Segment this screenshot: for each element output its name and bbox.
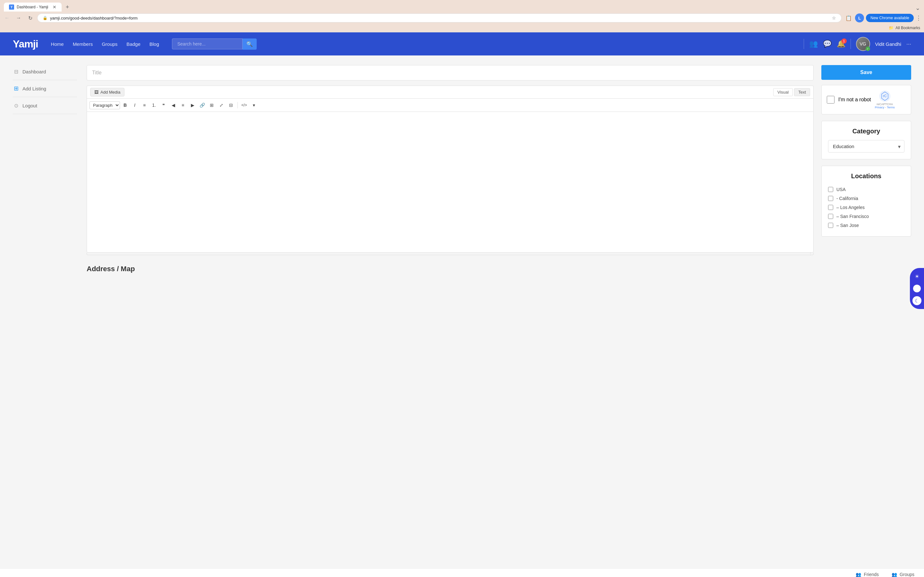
location-label-california: - California — [837, 196, 858, 201]
search-input[interactable] — [172, 39, 242, 49]
notification-badge: 1 — [842, 39, 846, 44]
nav-blog[interactable]: Blog — [150, 41, 159, 47]
browser-menu-button[interactable]: ⌄ — [915, 5, 920, 11]
editor-toolbar: Paragraph B I ≡ 1. ❝ ◀ ≡ ▶ 🔗 ⊞ ⤢ ⊟ </> ▾ — [87, 98, 814, 111]
bottom-friends-button[interactable]: 👥 Friends — [856, 572, 879, 577]
bookmarks-folder[interactable]: 📁 All Bookmarks — [889, 26, 920, 30]
light-theme-button[interactable]: ☀ — [913, 272, 921, 281]
security-icon: 🔒 — [43, 16, 47, 20]
toolbar-extra-button[interactable]: ⊟ — [226, 101, 236, 110]
theme-toggle: ☀ ☾ — [910, 268, 924, 309]
new-chrome-label: New Chrome available — [871, 16, 909, 20]
fullscreen-button[interactable]: ⤢ — [217, 101, 226, 110]
site-logo[interactable]: Yamji — [13, 38, 38, 50]
text-view-button[interactable]: Text — [794, 88, 810, 96]
location-label-los-angeles: – Los Angeles — [837, 205, 865, 210]
people-icon-button[interactable]: 👥 — [809, 40, 818, 48]
align-right-button[interactable]: ▶ — [188, 101, 197, 110]
site-header: Yamji Home Members Groups Badge Blog 🔍 👥… — [0, 32, 924, 55]
address-bar[interactable]: 🔒 yamji.com/good-deeds/dashboard/?mode=f… — [37, 13, 842, 23]
location-item-california: - California — [828, 194, 905, 203]
italic-button[interactable]: I — [130, 101, 139, 110]
nav-badge[interactable]: Badge — [126, 41, 140, 47]
recaptcha-checkbox[interactable] — [827, 96, 835, 103]
form-side: Save I'm not a robot rC reCAPTCHAPrivacy… — [821, 65, 911, 559]
friends-label: Friends — [864, 572, 879, 577]
sidebar-item-logout[interactable]: ⊙ Logout — [13, 99, 77, 112]
forward-button[interactable]: → — [14, 13, 23, 23]
align-center-button[interactable]: ≡ — [178, 101, 187, 110]
visual-view-button[interactable]: Visual — [773, 88, 793, 96]
bottom-bar: 👥 Friends 👥 Groups — [0, 568, 924, 577]
link-button[interactable]: 🔗 — [198, 101, 207, 110]
location-checkbox-usa[interactable] — [828, 187, 833, 192]
back-button[interactable]: ← — [3, 13, 11, 23]
blockquote-button[interactable]: ❝ — [159, 101, 168, 110]
unordered-list-button[interactable]: ≡ — [140, 101, 149, 110]
recaptcha-logo-icon: rC — [879, 90, 891, 102]
tab-favicon: Y — [9, 5, 14, 10]
save-button[interactable]: Save — [821, 65, 911, 80]
category-select[interactable]: Education Health Technology Business Art… — [828, 140, 905, 153]
address-text: yamji.com/good-deeds/dashboard/?mode=for… — [50, 16, 829, 21]
new-tab-button[interactable]: + — [63, 3, 72, 11]
location-checkbox-san-francisco[interactable] — [828, 214, 833, 219]
sidebar-dashboard-label: Dashboard — [23, 69, 46, 74]
chrome-menu-button[interactable]: ⋮ — [916, 15, 921, 21]
dark-theme-button[interactable]: ☾ — [913, 296, 921, 305]
nav-home[interactable]: Home — [51, 41, 64, 47]
editor-body[interactable] — [87, 111, 814, 253]
recaptcha-terms-link[interactable]: Terms — [887, 106, 895, 109]
sidebar-divider-2 — [13, 97, 77, 97]
recaptcha-brand: reCAPTCHAPrivacy - Terms — [875, 103, 895, 109]
recaptcha-logo: rC reCAPTCHAPrivacy - Terms — [875, 90, 895, 109]
username-label: Vidit Gandhi — [875, 41, 901, 47]
profile-button[interactable]: L — [855, 13, 864, 23]
title-input[interactable] — [87, 65, 814, 81]
align-left-button[interactable]: ◀ — [169, 101, 178, 110]
location-checkbox-california[interactable] — [828, 196, 833, 201]
code-button[interactable]: </> — [240, 101, 249, 110]
nav-members[interactable]: Members — [73, 41, 93, 47]
bold-button[interactable]: B — [121, 101, 129, 110]
nav-groups[interactable]: Groups — [102, 41, 118, 47]
form-main: 🖼 Add Media Visual Text Paragraph B I ≡ … — [87, 65, 814, 559]
toolbar-divider — [237, 102, 238, 108]
bookmark-star-icon[interactable]: ☆ — [832, 15, 836, 21]
sidebar-divider-3 — [13, 114, 77, 114]
sidebar-item-dashboard[interactable]: ⊟ Dashboard — [13, 65, 77, 78]
verified-badge: ✓ — [866, 47, 870, 51]
active-tab[interactable]: Y Dashboard - Yamji ✕ — [4, 3, 61, 11]
sidebar-item-add-listing[interactable]: ⊞ Add Listing — [13, 82, 77, 95]
location-checkbox-los-angeles[interactable] — [828, 205, 833, 210]
bookmarks-folder-icon: 📁 — [889, 26, 893, 30]
ordered-list-button[interactable]: 1. — [150, 101, 158, 110]
recaptcha-privacy-link[interactable]: Privacy — [875, 106, 885, 109]
table-button[interactable]: ⊞ — [207, 101, 216, 110]
theme-toggle-indicator — [913, 285, 921, 292]
recaptcha-box: I'm not a robot rC reCAPTCHAPrivacy - Te… — [821, 85, 911, 114]
new-chrome-button[interactable]: New Chrome available — [866, 14, 914, 22]
logout-icon: ⊙ — [13, 102, 19, 109]
locations-title: Locations — [828, 172, 905, 180]
sidebar-divider-1 — [13, 80, 77, 80]
tab-close-button[interactable]: ✕ — [53, 5, 57, 10]
cast-button[interactable]: 📋 — [844, 13, 853, 23]
tab-title: Dashboard - Yamji — [17, 5, 50, 9]
recaptcha-label: I'm not a robot — [838, 97, 871, 103]
location-checkbox-san-jose[interactable] — [828, 223, 833, 228]
search-button[interactable]: 🔍 — [242, 39, 257, 50]
notification-bell-button[interactable]: 🔔 1 — [837, 40, 845, 48]
paragraph-select[interactable]: Paragraph — [89, 101, 120, 109]
view-toggle: Visual Text — [773, 88, 810, 96]
header-more-button[interactable]: ··· — [906, 41, 911, 47]
code-dropdown-button[interactable]: ▾ — [249, 101, 258, 110]
friends-icon: 👥 — [856, 572, 861, 577]
editor-resize-handle[interactable]: ⋮ — [87, 253, 814, 255]
location-item-los-angeles: – Los Angeles — [828, 203, 905, 212]
site-search: 🔍 — [172, 39, 791, 50]
add-media-button[interactable]: 🖼 Add Media — [90, 88, 124, 97]
reload-button[interactable]: ↻ — [26, 13, 35, 23]
bottom-groups-button[interactable]: 👥 Groups — [892, 572, 914, 577]
chat-icon-button[interactable]: 💬 — [823, 40, 832, 48]
